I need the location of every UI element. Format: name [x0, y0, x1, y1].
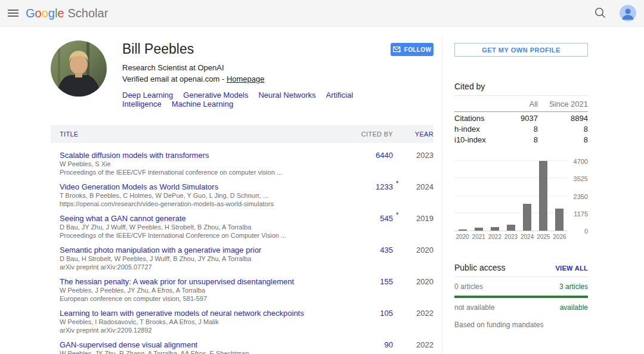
publication-title-link[interactable]: Video Generation Models as World Simulat…: [60, 182, 356, 191]
publication-main: Semantic photo manipulation with a gener…: [60, 246, 356, 271]
publication-authors: W Peebles, JY Zhu, R Zhang, A Torralba, …: [60, 350, 356, 354]
publication-row: Scalable diffusion models with transform…: [51, 151, 434, 176]
chart-year-label: 2024: [519, 234, 535, 240]
publication-main: Scalable diffusion models with transform…: [60, 151, 356, 176]
account-avatar[interactable]: [620, 5, 636, 21]
cited-by-column-headers: All Since 2021: [454, 96, 588, 112]
research-interests: Deep LearningGenerative ModelsNeural Net…: [122, 91, 434, 108]
citations-bar-2021[interactable]: [475, 228, 483, 231]
chart-ytick: 0: [584, 228, 588, 235]
publication-venue: Proceedings of the IEEE/CVF Internationa…: [60, 232, 356, 240]
follow-button[interactable]: FOLLOW: [391, 43, 434, 56]
publication-main: Learning to learn with generative models…: [60, 309, 356, 334]
cited-by-count-link[interactable]: 6440: [356, 151, 393, 176]
funding-mandates-note: Based on funding mandates: [454, 321, 588, 329]
merged-citations-star: *: [393, 211, 401, 237]
publication-authors: W Peebles, I Radosavovic, T Brooks, AA E…: [60, 318, 356, 326]
interest-link[interactable]: Generative Models: [183, 91, 248, 100]
chart-ytick: 1175: [574, 210, 588, 218]
publication-main: The hessian penalty: A weak prior for un…: [60, 277, 356, 303]
citations-bar-2025[interactable]: [539, 161, 547, 231]
publication-row: Video Generation Models as World Simulat…: [51, 182, 434, 208]
publication-authors: W Peebles, J Peebles, JY Zhu, A Efros, A…: [60, 287, 356, 294]
public-access-zero-articles: 0 articles: [454, 282, 483, 291]
profile-header: Bill Peebles Research Scientist at OpenA…: [51, 40, 434, 108]
cited-by-count-link[interactable]: 105: [356, 309, 393, 334]
metric-all-value: 9037: [521, 114, 538, 123]
profile-affiliation: Research Scientist at OpenAI: [122, 63, 434, 72]
citations-chart-yaxis: 01175235035254700: [568, 161, 588, 231]
metric-label[interactable]: Citations: [454, 114, 501, 123]
profile-name: Bill Peebles: [122, 41, 434, 57]
citations-bar-2023[interactable]: [507, 225, 515, 231]
publication-title-link[interactable]: Learning to learn with generative models…: [60, 309, 356, 318]
chart-ytick: 2350: [574, 193, 588, 200]
citations-bar-2020[interactable]: [459, 229, 467, 231]
public-access-three-articles: 3 articles: [559, 282, 588, 291]
cited-by-count-link[interactable]: 1233: [356, 182, 393, 208]
publication-title-link[interactable]: GAN-supervised dense visual alignment: [60, 340, 356, 349]
publication-venue: arXiv preprint arXiv:2005.07727: [60, 263, 356, 271]
interest-link[interactable]: Deep Learning: [122, 91, 173, 100]
top-bar: Google Scholar: [0, 0, 644, 27]
chart-ytick: 3525: [574, 175, 588, 182]
chart-year-label: 2026: [552, 234, 568, 240]
cited-by-count-link[interactable]: 155: [356, 277, 393, 303]
main-column: Bill Peebles Research Scientist at OpenA…: [51, 40, 434, 354]
citations-chart: 01175235035254700 2020202120222023202420…: [454, 161, 588, 240]
citations-bar-2026[interactable]: [555, 209, 564, 231]
cited-by-count-link[interactable]: 435: [356, 246, 393, 271]
homepage-link[interactable]: Homepage: [227, 74, 265, 83]
citations-bar-2024[interactable]: [523, 204, 531, 231]
google-scholar-logo[interactable]: Google Scholar: [26, 7, 108, 20]
metric-since-value: 8: [584, 125, 588, 133]
profile-photo[interactable]: [51, 41, 107, 97]
publication-row: Semantic photo manipulation with a gener…: [51, 246, 434, 271]
cited-by-title[interactable]: Cited by: [454, 82, 588, 91]
profile-info: Bill Peebles Research Scientist at OpenA…: [122, 40, 434, 108]
metric-label[interactable]: i10-index: [454, 135, 501, 144]
publication-title-link[interactable]: Semantic photo manipulation with a gener…: [60, 246, 356, 254]
publication-authors: T Brooks, B Peebles, C Holmes, W DePue, …: [60, 192, 356, 200]
publication-authors: W Peebles, S Xie: [60, 160, 356, 168]
publication-venue: https://openai.com/research/video-genera…: [60, 200, 356, 208]
cited-by-count-link[interactable]: 545: [356, 214, 393, 240]
get-my-own-profile-button[interactable]: GET MY OWN PROFILE: [454, 43, 588, 57]
metric-since-value: 8: [584, 135, 588, 144]
public-access-section: Public access VIEW ALL 0 articles 3 arti…: [454, 263, 588, 329]
chart-bar-slot: [487, 161, 503, 231]
column-divider: [442, 37, 442, 354]
publication-year: 2024: [401, 182, 434, 208]
chart-year-label: 2022: [487, 234, 503, 240]
publication-main: GAN-supervised dense visual alignment W …: [60, 340, 356, 354]
search-icon[interactable]: [593, 6, 608, 20]
publication-title-link[interactable]: Scalable diffusion models with transform…: [60, 151, 356, 160]
publication-title-link[interactable]: The hessian penalty: A weak prior for un…: [60, 277, 356, 286]
interest-link[interactable]: Machine Learning: [172, 100, 233, 108]
metric-label[interactable]: h-index: [454, 125, 501, 133]
publication-row: Learning to learn with generative models…: [51, 309, 434, 334]
publication-row: The hessian penalty: A weak prior for un…: [51, 277, 434, 303]
menu-icon[interactable]: [8, 8, 18, 18]
publication-main: Seeing what a GAN cannot generate D Bau,…: [60, 214, 356, 240]
metric-row: Citations 9037 8894: [454, 112, 588, 123]
metric-all-value: 8: [534, 125, 538, 133]
publication-title-link[interactable]: Seeing what a GAN cannot generate: [60, 214, 356, 223]
cited-by-count-link[interactable]: 90: [356, 340, 393, 354]
sort-by-year-link[interactable]: YEAR: [415, 131, 434, 138]
sort-by-title-link[interactable]: TITLE: [60, 131, 356, 138]
publication-year: 2019: [401, 214, 434, 240]
view-all-link[interactable]: VIEW ALL: [555, 265, 588, 272]
chart-ytick: 4700: [574, 158, 588, 165]
merged-citations-star: *: [393, 179, 401, 205]
public-access-title[interactable]: Public access: [454, 263, 506, 272]
publication-row: Seeing what a GAN cannot generate D Bau,…: [51, 214, 434, 240]
verified-email-text: Verified email at openai.com -: [122, 74, 227, 83]
chart-year-label: 2023: [503, 234, 519, 240]
citations-bar-2022[interactable]: [491, 227, 499, 231]
chart-bar-slot: [470, 161, 487, 231]
chart-bar-slot: [503, 161, 519, 231]
interest-link[interactable]: Neural Networks: [258, 91, 315, 100]
publication-venue: Proceedings of the IEEE/CVF internationa…: [60, 169, 356, 176]
publication-year: 2023: [401, 151, 434, 176]
